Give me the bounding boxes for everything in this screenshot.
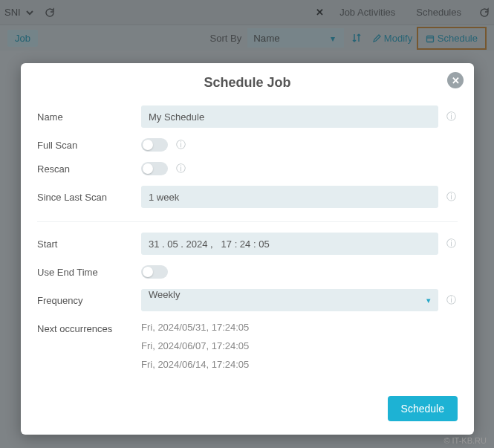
label-since-last: Since Last Scan [37,192,141,203]
info-icon[interactable]: ⓘ [444,293,458,307]
schedule-submit-button[interactable]: Schedule [388,396,458,421]
info-icon[interactable]: ⓘ [444,190,458,204]
label-start: Start [37,238,141,250]
watermark: © IT-KB.RU [443,436,487,445]
schedule-job-modal: ✕ Schedule Job Name ⓘ Full Scan ⓘ Rescan… [21,63,474,435]
label-full-scan: Full Scan [37,140,141,151]
divider [37,221,458,222]
info-icon[interactable]: ⓘ [174,162,187,175]
full-scan-toggle[interactable] [141,138,168,152]
name-input[interactable] [141,105,438,128]
occurrences-list: Fri, 2024/05/31, 17:24:05 Fri, 2024/06/0… [141,322,249,370]
label-rescan: Rescan [37,163,141,175]
occurrence-item: Fri, 2024/06/14, 17:24:05 [141,359,249,370]
label-use-end: Use End Time [37,267,141,278]
chevron-down-icon: ▾ [426,296,431,305]
frequency-select[interactable]: Weekly ▾ [141,289,438,311]
use-end-toggle[interactable] [141,265,168,279]
info-icon[interactable]: ⓘ [174,138,187,152]
label-next-occurrences: Next occurrences [37,322,141,370]
close-modal-button[interactable]: ✕ [447,72,464,88]
label-frequency: Frequency [37,295,141,306]
modal-title: Schedule Job [37,75,458,91]
start-input[interactable] [141,233,438,255]
info-icon[interactable]: ⓘ [444,237,458,250]
occurrence-item: Fri, 2024/05/31, 17:24:05 [141,322,249,333]
info-icon[interactable]: ⓘ [444,110,458,123]
rescan-toggle[interactable] [141,162,168,175]
since-last-input[interactable] [141,186,438,208]
frequency-value: Weekly [149,289,180,300]
label-name: Name [37,111,141,123]
occurrence-item: Fri, 2024/06/07, 17:24:05 [141,340,249,351]
